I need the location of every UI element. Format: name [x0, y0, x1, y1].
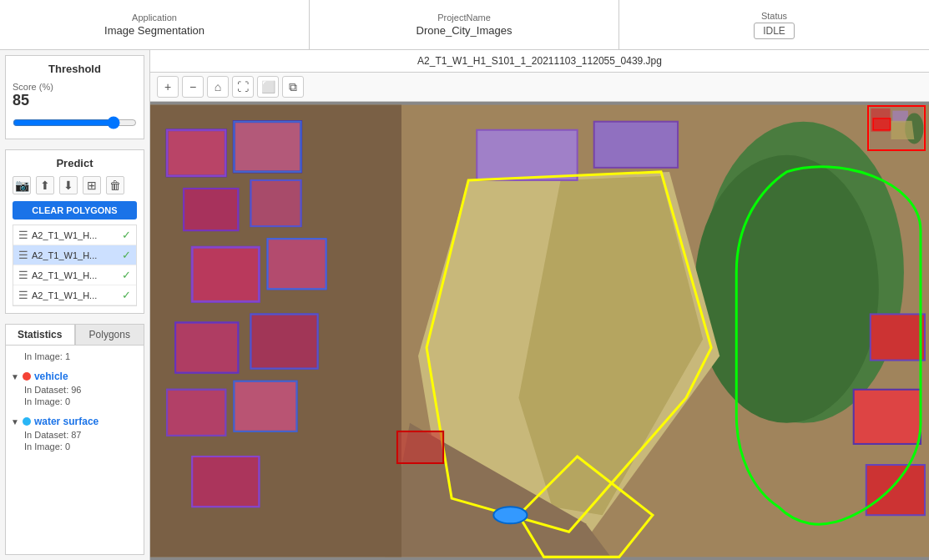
svg-rect-33: [167, 390, 225, 436]
svg-rect-25: [167, 130, 225, 176]
svg-rect-26: [234, 122, 300, 172]
aerial-image: [150, 102, 929, 560]
file-list: ☰ A2_T1_W1_H... ✓ ☰ A2_T1_W1_H... ✓ ☰ A2…: [13, 225, 137, 306]
predict-toolbar: 📷 ⬆ ⬇ ⊞ 🗑: [13, 176, 137, 194]
list-icon: ☰: [18, 229, 28, 241]
left-panel: Threshold Score (%) 85 Predict 📷 ⬆ ⬇ ⊞ 🗑…: [0, 50, 150, 560]
app-label: Application: [132, 13, 177, 23]
check-icon: ✓: [122, 289, 131, 301]
water-dataset-stat: In Dataset: 87: [11, 429, 139, 441]
download-button[interactable]: ⬇: [59, 176, 78, 194]
minimap: [867, 105, 926, 151]
project-label: ProjectName: [437, 13, 491, 23]
tab-statistics[interactable]: Statistics: [5, 324, 75, 345]
svg-rect-18: [871, 314, 925, 360]
water-surface-category-row[interactable]: ▼ water surface: [11, 414, 139, 429]
trash-button[interactable]: 🗑: [106, 176, 124, 194]
app-value: Image Segmentation: [104, 24, 204, 37]
file-item[interactable]: ☰ A2_T1_W1_H... ✓: [13, 245, 136, 265]
check-icon: ✓: [122, 249, 131, 261]
tab-polygons[interactable]: Polygons: [75, 324, 145, 345]
file-item-name: A2_T1_W1_H...: [32, 270, 119, 280]
camera-button[interactable]: 📷: [13, 176, 31, 194]
image-title: A2_T1_W1_H1_S101_1_20211103_112055_0439.…: [417, 55, 662, 67]
svg-rect-27: [184, 189, 238, 230]
image-container: [150, 102, 929, 560]
zoom-in-button[interactable]: +: [157, 76, 179, 98]
water-dot: [23, 417, 31, 426]
svg-rect-31: [175, 322, 238, 372]
grid-button[interactable]: ⧉: [282, 76, 304, 98]
svg-point-37: [493, 507, 527, 523]
image-toolbar: + − ⌂ ⛶ ⬜ ⧉: [150, 73, 929, 102]
status-badge: IDLE: [754, 23, 795, 39]
svg-rect-30: [267, 239, 326, 289]
vehicle-dot: [23, 372, 31, 381]
file-item[interactable]: ☰ A2_T1_W1_H... ✓: [13, 265, 136, 285]
file-item-name: A2_T1_W1_H...: [32, 290, 119, 300]
score-value: 85: [13, 92, 137, 109]
vehicle-category-row[interactable]: ▼ vehicle: [11, 369, 139, 384]
svg-point-2: [694, 155, 879, 423]
fit-button[interactable]: ⛶: [232, 76, 254, 98]
stat-group-water: ▼ water surface In Dataset: 87 In Image:…: [11, 414, 139, 452]
upload-button[interactable]: ⬆: [36, 176, 54, 194]
clear-polygons-button[interactable]: CLEAR POLYGONS: [13, 201, 137, 219]
svg-rect-40: [892, 111, 908, 123]
minimap-inner: [869, 107, 924, 149]
threshold-title: Threshold: [13, 63, 137, 75]
crop-button[interactable]: ⬜: [257, 76, 279, 98]
home-button[interactable]: ⌂: [207, 76, 229, 98]
threshold-slider[interactable]: [13, 116, 137, 129]
svg-rect-34: [234, 381, 296, 431]
in-image-stat: In Image: 1: [11, 351, 139, 362]
svg-rect-35: [192, 457, 259, 507]
file-item-name: A2_T1_W1_H...: [32, 250, 119, 260]
svg-rect-22: [594, 122, 678, 168]
vehicle-image-stat: In Image: 0: [11, 396, 139, 407]
score-label: Score (%): [13, 82, 137, 92]
layers-button[interactable]: ⊞: [83, 176, 101, 194]
predict-section: Predict 📷 ⬆ ⬇ ⊞ 🗑 CLEAR POLYGONS ☰ A2_T1…: [5, 149, 144, 314]
svg-rect-36: [397, 431, 443, 463]
svg-rect-29: [192, 247, 259, 301]
svg-rect-19: [854, 390, 921, 444]
image-title-bar: A2_T1_W1_H1_S101_1_20211103_112055_0439.…: [150, 50, 929, 73]
top-bar: Application Image Segmentation ProjectNa…: [0, 0, 929, 50]
app-cell: Application Image Segmentation: [0, 0, 310, 49]
zoom-out-button[interactable]: −: [182, 76, 204, 98]
predict-title: Predict: [13, 157, 137, 169]
threshold-section: Threshold Score (%) 85: [5, 55, 144, 139]
file-item-name: A2_T1_W1_H...: [32, 230, 119, 240]
status-cell: Status IDLE: [619, 0, 929, 49]
check-icon: ✓: [122, 269, 131, 281]
project-cell: ProjectName Drone_City_Images: [310, 0, 619, 49]
slider-container[interactable]: [13, 116, 137, 132]
file-item[interactable]: ☰ A2_T1_W1_H... ✓: [13, 285, 136, 305]
svg-rect-43: [873, 119, 890, 130]
chevron-down-icon: ▼: [11, 372, 19, 381]
tabs-bar: Statistics Polygons: [5, 324, 144, 346]
check-icon: ✓: [122, 229, 131, 241]
list-icon: ☰: [18, 289, 28, 301]
main-content: Threshold Score (%) 85 Predict 📷 ⬆ ⬇ ⊞ 🗑…: [0, 50, 929, 560]
chevron-down-icon: ▼: [11, 417, 19, 426]
vehicle-dataset-stat: In Dataset: 96: [11, 384, 139, 396]
stat-group-vehicle: ▼ vehicle In Dataset: 96 In Image: 0: [11, 369, 139, 407]
svg-marker-42: [891, 121, 915, 139]
svg-rect-32: [250, 314, 317, 368]
svg-rect-28: [250, 180, 300, 226]
stat-group-image: In Image: 1: [11, 351, 139, 362]
list-icon: ☰: [18, 269, 28, 281]
list-icon: ☰: [18, 249, 28, 261]
project-value: Drone_City_Images: [417, 24, 512, 37]
water-surface-label: water surface: [34, 416, 98, 427]
status-label: Status: [761, 11, 787, 21]
file-item[interactable]: ☰ A2_T1_W1_H... ✓: [13, 225, 136, 245]
water-image-stat: In Image: 0: [11, 441, 139, 452]
right-panel: A2_T1_W1_H1_S101_1_20211103_112055_0439.…: [150, 50, 929, 560]
svg-rect-20: [866, 465, 925, 515]
statistics-section: In Image: 1 ▼ vehicle In Dataset: 96 In …: [5, 346, 144, 555]
svg-rect-21: [477, 130, 577, 180]
vehicle-label: vehicle: [34, 371, 68, 382]
